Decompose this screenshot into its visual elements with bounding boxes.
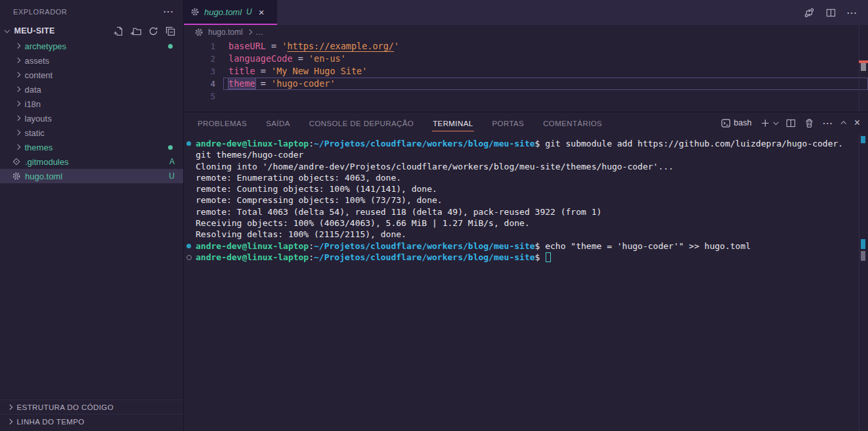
panel-tab-terminal[interactable]: TERMINAL xyxy=(432,115,473,131)
tab-modified-badge: U xyxy=(246,7,252,16)
code-token: = xyxy=(255,78,271,89)
tab-label: hugo.toml xyxy=(204,7,242,17)
collapse-all-icon[interactable] xyxy=(165,26,175,36)
code-token: = xyxy=(266,41,282,51)
panel-tab-saida[interactable]: SAÍDA xyxy=(265,115,291,131)
chevron-right-icon xyxy=(7,405,12,410)
terminal-line: remote: Counting objects: 100% (141/141)… xyxy=(186,183,868,194)
terminal-text: ~/Projetos/cloudflare/workers/blog/meu-s… xyxy=(314,252,535,263)
editor-overview-ruler xyxy=(859,25,859,112)
terminal[interactable]: andre-dev@linux-laptop:~/Projetos/cloudf… xyxy=(184,133,868,431)
terminal-text: andre-dev@linux-laptop xyxy=(196,240,309,252)
terminal-ruler-marker xyxy=(861,239,865,249)
shell-selector[interactable]: bash xyxy=(721,118,752,128)
tree-item-i18n[interactable]: i18n xyxy=(0,97,183,111)
vscode-window: EXPLORADOR ··· MEU-SITE archetypesassets… xyxy=(0,0,868,431)
code-token: = xyxy=(293,53,309,64)
code-text: theme = 'hugo-coder' xyxy=(215,78,336,90)
terminal-text: : xyxy=(309,252,314,263)
tree-item-content[interactable]: content xyxy=(0,68,183,82)
panel-header: PROBLEMASSAÍDACONSOLE DE DEPURAÇÃOTERMIN… xyxy=(184,112,868,133)
terminal-text: $ xyxy=(535,252,546,263)
section-outline[interactable]: ESTRUTURA DO CÓDIGO xyxy=(0,399,183,414)
terminal-text: : xyxy=(309,138,314,149)
terminal-line: andre-dev@linux-laptop:~/Projetos/cloudf… xyxy=(186,240,868,252)
tree-item-static[interactable]: static xyxy=(0,125,183,140)
modified-dot xyxy=(168,145,173,150)
editor-scrollbar-thumb[interactable] xyxy=(861,63,866,71)
terminal-line: remote: Enumerating objects: 4063, done. xyxy=(186,172,868,183)
tree-item-themes[interactable]: themes xyxy=(0,140,183,154)
terminal-text: ~/Projetos/cloudflare/workers/blog/meu-s… xyxy=(314,138,535,149)
root-folder-header[interactable]: MEU-SITE xyxy=(0,23,183,39)
section-timeline-label: LINHA DO TEMPO xyxy=(17,418,85,426)
editor-more-icon[interactable]: ··· xyxy=(847,9,857,17)
line-number: 5 xyxy=(184,90,215,102)
breadcrumb-more[interactable]: … xyxy=(255,28,263,37)
editor-line: 5 xyxy=(184,90,868,102)
split-terminal-icon[interactable] xyxy=(786,118,796,128)
panel-tab-problemas[interactable]: PROBLEMAS xyxy=(197,115,248,131)
code-token: 'en-us' xyxy=(309,53,346,64)
terminal-line: remote: Compressing objects: 100% (73/73… xyxy=(186,194,868,206)
terminal-text: andre-dev@linux-laptop xyxy=(196,252,309,263)
panel-tab-comentarios[interactable]: COMENTÁRIOS xyxy=(542,115,603,131)
breadcrumb-file[interactable]: hugo.toml xyxy=(208,28,243,37)
terminal-line: git themes/hugo-coder xyxy=(186,149,868,160)
chevron-right-icon xyxy=(15,130,20,135)
code-token: 'hugo-coder' xyxy=(271,78,336,89)
kill-terminal-icon[interactable] xyxy=(804,118,814,128)
command-decoration-icon xyxy=(186,141,196,146)
code-token: https://example.org/ xyxy=(287,41,394,51)
tree-item-label: i18n xyxy=(25,99,41,109)
new-folder-icon[interactable] xyxy=(131,26,141,36)
terminal-line: Cloning into '/home/andre-dev/Projetos/c… xyxy=(186,161,868,172)
tree-item-data[interactable]: data xyxy=(0,82,183,97)
source-control-compare-icon[interactable] xyxy=(804,7,815,18)
terminal-text: git themes/hugo-coder xyxy=(196,149,303,160)
terminal-text: Receiving objects: 100% (4063/4063), 5.6… xyxy=(196,217,530,229)
new-terminal-button[interactable] xyxy=(760,118,778,128)
section-timeline[interactable]: LINHA DO TEMPO xyxy=(0,414,183,428)
command-decoration-icon xyxy=(186,244,196,248)
code-token: languageCode xyxy=(228,53,293,64)
terminal-ruler-marker xyxy=(861,136,865,143)
chevron-right-icon xyxy=(15,145,20,150)
tree-item-label: assets xyxy=(25,56,50,66)
code-token: baseURL xyxy=(228,41,266,51)
close-tab-icon[interactable]: × xyxy=(259,7,265,17)
code-token: theme xyxy=(228,78,255,89)
terminal-scrollbar-thumb[interactable] xyxy=(861,251,865,261)
chevron-down-icon xyxy=(5,28,10,33)
panel-tab-portas[interactable]: PORTAS xyxy=(492,115,525,131)
gear-icon xyxy=(194,28,204,37)
tree-item-archetypes[interactable]: archetypes xyxy=(0,39,183,53)
close-panel-icon[interactable]: × xyxy=(854,118,860,128)
git-status-badge: U xyxy=(169,171,175,181)
line-number: 3 xyxy=(184,65,215,78)
explorer-more-icon[interactable]: ··· xyxy=(163,7,174,16)
panel-tab-console-de-depuracao[interactable]: CONSOLE DE DEPURAÇÃO xyxy=(309,115,414,131)
tree-item-hugo-toml[interactable]: hugo.tomlU xyxy=(0,169,183,183)
terminal-line: andre-dev@linux-laptop:~/Projetos/cloudf… xyxy=(186,138,868,149)
terminal-text: Cloning into '/home/andre-dev/Projetos/c… xyxy=(196,161,674,172)
refresh-icon[interactable] xyxy=(148,26,158,36)
terminal-text: andre-dev@linux-laptop xyxy=(196,138,309,149)
code-editor[interactable]: 1baseURL = 'https://example.org/'2langua… xyxy=(184,39,868,112)
maximize-panel-icon[interactable] xyxy=(841,122,846,127)
git-icon xyxy=(12,157,21,166)
editor-tabbar: hugo.toml U × ··· xyxy=(184,0,868,25)
chevron-right-icon xyxy=(15,116,20,121)
panel-more-icon[interactable]: ··· xyxy=(823,119,833,127)
tab-hugo-toml[interactable]: hugo.toml U × xyxy=(184,0,277,25)
code-text: title = 'My New Hugo Site' xyxy=(215,65,367,78)
tree-item-assets[interactable]: assets xyxy=(0,53,183,68)
new-file-icon[interactable] xyxy=(114,26,123,36)
terminal-text: $ echo "theme = 'hugo-coder'" >> hugo.to… xyxy=(535,240,751,252)
split-editor-icon[interactable] xyxy=(826,8,836,18)
tree-item-gitmodules[interactable]: .gitmodulesA xyxy=(0,154,183,169)
tree-item-layouts[interactable]: layouts xyxy=(0,111,183,125)
explorer-sidebar: EXPLORADOR ··· MEU-SITE archetypesassets… xyxy=(0,0,184,431)
editor-line: 3title = 'My New Hugo Site' xyxy=(184,65,868,78)
code-token: = xyxy=(255,66,271,76)
